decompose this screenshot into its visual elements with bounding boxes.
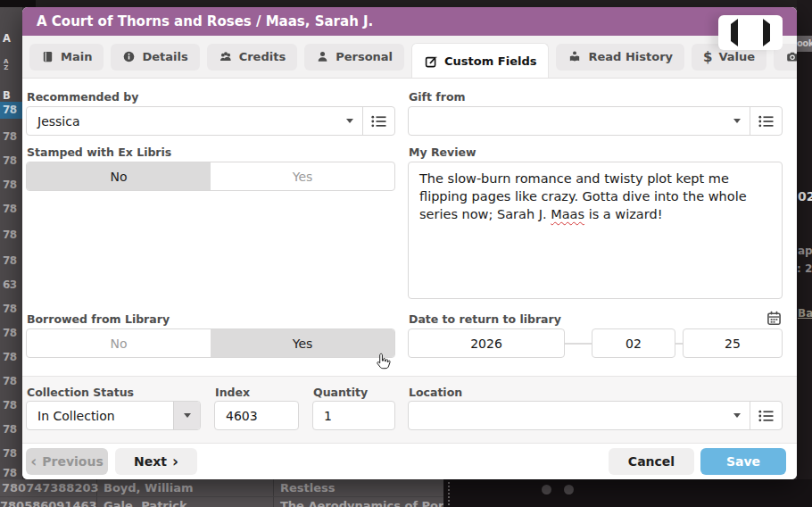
row-fragment: 78 [3, 447, 17, 460]
background-fragment: 02 [798, 189, 812, 204]
review-text: is a wizard! [584, 207, 662, 221]
row-fragment: 78 [3, 229, 17, 241]
row-fragment: 78 [3, 303, 17, 315]
row-divider [0, 496, 443, 497]
next-button[interactable]: Next › [115, 448, 197, 475]
return-date-label: Date to return to library [409, 312, 561, 326]
pick-list-button[interactable] [750, 402, 782, 429]
table-cell-isbn: 780586091463 [0, 499, 97, 507]
screen: A AZ B 78 78 78 78 78 78 78 63 78 78 78 … [0, 0, 812, 507]
gift-from-combobox[interactable] [408, 106, 783, 136]
list-icon [758, 115, 775, 128]
previous-button-label: Previous [42, 454, 104, 469]
section-header: B [3, 89, 10, 102]
my-review-label: My Review [409, 145, 476, 159]
tab-label: Value [718, 50, 755, 63]
table-cell-author: Boyd, William [104, 481, 194, 495]
collection-status-select[interactable]: In Collection [26, 401, 201, 430]
sort-az-icon: AZ [4, 59, 8, 71]
background-isbn-column: A AZ B 78 78 78 78 78 78 78 63 78 78 78 … [0, 7, 22, 479]
quantity-field[interactable]: 1 [312, 401, 395, 430]
cancel-button-label: Cancel [628, 454, 675, 469]
background-fragment: ap [798, 245, 812, 257]
modal-titlebar: A Court of Thorns and Roses / Maas, Sara… [22, 7, 797, 36]
person-icon [316, 50, 329, 63]
index-field[interactable]: 4603 [214, 401, 299, 430]
borrowed-from-library-toggle: No Yes [26, 328, 395, 358]
save-button[interactable]: Save [700, 448, 786, 475]
return-date-day-field[interactable]: 25 [683, 328, 783, 358]
row-fragment: 78 [3, 203, 17, 215]
column-divider [273, 479, 274, 507]
toggle-option-no[interactable]: No [27, 329, 211, 357]
chevron-down-icon [173, 402, 200, 429]
pagination-dot [564, 485, 574, 495]
table-cell-title: Restless [280, 481, 336, 495]
background-header-fragment: ook [797, 36, 812, 52]
tab-label: Main [61, 50, 92, 63]
pick-list-button[interactable] [750, 107, 782, 135]
chevron-left-icon: ‹ [30, 455, 37, 468]
chevron-right-icon: › [172, 455, 178, 468]
tab-label: Custom Fields [444, 54, 536, 68]
background-fragment: : 27 [797, 262, 812, 275]
row-fragment: 78 [3, 375, 17, 387]
chevron-right-icon [763, 19, 770, 46]
tab-label: Credits [239, 50, 286, 63]
tab-label: Personal [336, 50, 393, 63]
tab-scroll-left-button[interactable] [731, 24, 738, 41]
row-fragment: 78 [3, 130, 17, 143]
tab-scroll-controls [718, 15, 783, 50]
tab-personal[interactable]: Personal [304, 44, 404, 71]
row-fragment: 78 [3, 467, 17, 479]
tab-label: Details [142, 50, 187, 63]
recommended-by-combobox[interactable]: Jessica [26, 106, 395, 136]
tab-custom-fields[interactable]: Custom Fields [411, 43, 549, 79]
quantity-label: Quantity [313, 386, 368, 399]
modal-footer: ‹ Previous Next › Cancel Save [22, 444, 797, 479]
selected-row-fragment: 78 [0, 102, 22, 119]
row-fragment: 78 [3, 327, 17, 339]
borrowed-from-library-label: Borrowed from Library [27, 312, 170, 326]
background-right-strip: ook 02 ap : 27 Bay [797, 0, 812, 507]
tab-scroll-right-button[interactable] [763, 24, 770, 41]
background-bottom-panel [443, 479, 812, 507]
tab-details[interactable]: Details [111, 44, 199, 71]
toggle-option-no[interactable]: No [27, 162, 211, 190]
calendar-icon[interactable] [766, 311, 782, 326]
book-icon [41, 50, 54, 63]
row-fragment: 78 [3, 423, 17, 436]
chevron-left-icon [731, 19, 738, 46]
section-header: A [3, 32, 10, 45]
edit-icon [424, 54, 438, 69]
chevron-down-icon [337, 107, 362, 135]
cursor-icon [373, 352, 393, 373]
background-corner [0, 0, 36, 7]
return-date-month-field[interactable]: 02 [592, 328, 675, 358]
tab-main[interactable]: Main [29, 44, 104, 71]
return-date-year-field[interactable]: 2026 [408, 328, 565, 358]
toggle-option-yes[interactable]: Yes [211, 329, 394, 357]
tab-read-history[interactable]: Read History [556, 44, 684, 71]
tab-bar: Main Details Credits Personal Custom Fie… [22, 36, 797, 79]
my-review-textarea[interactable]: The slow-burn romance and twisty plot ke… [408, 162, 783, 299]
cancel-button[interactable]: Cancel [609, 448, 694, 475]
next-button-label: Next [134, 454, 167, 469]
stamped-ex-libris-label: Stamped with Ex Libris [27, 145, 171, 159]
previous-button[interactable]: ‹ Previous [26, 448, 108, 475]
save-button-label: Save [726, 454, 760, 469]
recommended-by-label: Recommended by [27, 90, 138, 104]
camera-icon [785, 50, 797, 63]
tab-credits[interactable]: Credits [207, 44, 297, 71]
pick-list-button[interactable] [362, 107, 394, 135]
row-fragment: 78 [3, 179, 17, 191]
row-fragment: 78 [3, 254, 17, 267]
list-icon [758, 410, 775, 422]
edit-book-modal: A Court of Thorns and Roses / Maas, Sara… [22, 7, 797, 479]
location-combobox[interactable] [408, 401, 783, 430]
background-link-fragment: Bay [798, 307, 812, 320]
stamped-ex-libris-toggle: No Yes [26, 162, 395, 191]
chevron-down-icon [725, 107, 750, 135]
toggle-option-yes[interactable]: Yes [211, 162, 394, 190]
tab-label: Read History [588, 50, 673, 63]
